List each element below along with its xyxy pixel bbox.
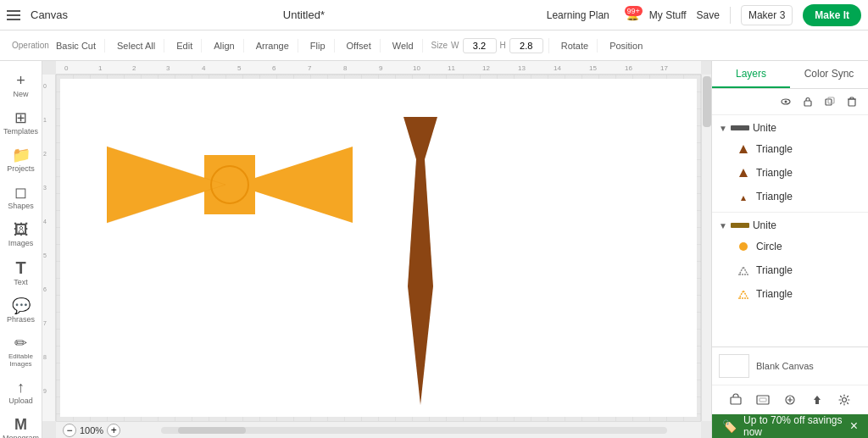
delete-icon[interactable] — [843, 92, 861, 111]
layer-group-1-header[interactable]: ▼ Unite — [712, 119, 868, 137]
svg-marker-5 — [403, 117, 437, 159]
ruler-mark: 3 — [166, 64, 170, 72]
tab-color-sync[interactable]: Color Sync — [790, 61, 868, 88]
sidebar-item-monogram-label: Monogram — [3, 434, 39, 438]
sidebar-item-templates[interactable]: ⊞ Templates — [3, 105, 40, 141]
main-content: + New ⊞ Templates 📁 Projects ◻ Shapes 🖼 … — [0, 61, 868, 438]
horizontal-scroll-track[interactable] — [161, 427, 667, 434]
select-all-group: Select All — [108, 39, 164, 53]
scrollbar-thumb-vertical[interactable] — [703, 76, 711, 127]
sidebar-item-shapes[interactable]: ◻ Shapes — [3, 180, 40, 215]
ruler-mark: 17 — [660, 64, 668, 72]
duplicate-icon[interactable] — [821, 92, 839, 111]
size-group: Size W H — [426, 38, 549, 53]
svg-marker-7 — [408, 286, 433, 405]
maker-selector-button[interactable]: Maker 3 — [741, 5, 793, 25]
svg-marker-16 — [739, 169, 748, 177]
h-label: H — [500, 41, 506, 50]
select-all-button[interactable]: Select All — [114, 39, 159, 53]
ruler-v-mark: 0 — [43, 83, 47, 89]
unite-group-icon — [731, 124, 749, 132]
sidebar-item-editable-images[interactable]: ✏ Editable Images — [3, 330, 40, 373]
sidebar-item-text[interactable]: T Text — [3, 254, 40, 291]
height-input[interactable] — [509, 38, 543, 53]
layer-item-triangle-2[interactable]: Triangle — [712, 161, 868, 185]
notification-bell-icon[interactable]: 🔔 99+ — [626, 9, 639, 21]
zoom-controls: − 100% + — [56, 424, 127, 437]
text-icon: T — [15, 259, 25, 276]
monogram-icon: M — [14, 417, 27, 432]
layer-item-triangle-1[interactable]: Triangle — [712, 137, 868, 161]
ruler-mark: 1 — [98, 64, 102, 72]
ruler-mark: 10 — [413, 64, 420, 72]
learning-plan-button[interactable]: Learning Plan — [540, 6, 616, 25]
weld-button[interactable]: Weld — [389, 39, 417, 53]
svg-rect-26 — [815, 400, 819, 404]
tie-svg — [378, 117, 463, 405]
scrollbar-horizontal[interactable]: − 100% + — [56, 421, 701, 438]
arrange-group: Arrange — [248, 39, 298, 53]
canvas-scroll[interactable] — [56, 75, 701, 421]
make-it-button[interactable]: Make It — [803, 4, 861, 26]
eye-icon[interactable] — [776, 92, 795, 111]
sidebar-item-phrases[interactable]: 💬 Phrases — [3, 293, 40, 329]
lock-icon[interactable] — [798, 92, 817, 111]
flip-button[interactable]: Flip — [307, 39, 329, 53]
horizontal-scroll-thumb[interactable] — [178, 427, 246, 434]
settings-icon[interactable] — [835, 391, 854, 409]
zoom-in-button[interactable]: + — [107, 424, 120, 437]
sidebar-item-images-label: Images — [8, 239, 34, 247]
ruler-v-mark: 6 — [43, 286, 47, 292]
zoom-out-button[interactable]: − — [63, 424, 76, 437]
scrollbar-vertical[interactable] — [701, 75, 711, 421]
layer-item-triangle-3[interactable]: Triangle — [712, 185, 868, 208]
edit-group: Edit — [168, 39, 202, 53]
canvas-area[interactable]: 0 1 2 3 4 5 6 7 8 9 10 11 12 13 14 15 16… — [42, 61, 711, 438]
ruler-top: 0 1 2 3 4 5 6 7 8 9 10 11 12 13 14 15 16… — [56, 61, 701, 75]
position-button[interactable]: Position — [606, 39, 646, 53]
layer-item-circle[interactable]: Circle — [712, 235, 868, 258]
svg-rect-18 — [731, 223, 749, 228]
svg-point-3 — [211, 166, 248, 203]
rotate-button[interactable]: Rotate — [558, 39, 592, 53]
layer-name-circle: Circle — [756, 241, 782, 252]
notification-badge: 99+ — [625, 6, 643, 16]
add-layer-icon[interactable] — [726, 391, 745, 409]
width-input[interactable] — [463, 38, 497, 53]
bottom-icon-row — [712, 385, 868, 414]
bowtie-shape[interactable] — [107, 142, 353, 230]
projects-icon: 📁 — [12, 147, 31, 163]
ungroup-layers-icon[interactable] — [781, 391, 799, 409]
w-label: W — [451, 41, 459, 50]
sidebar-item-editable-images-label: Editable Images — [6, 352, 36, 368]
sidebar-item-projects[interactable]: 📁 Projects — [3, 142, 40, 178]
offset-button[interactable]: Offset — [343, 39, 375, 53]
sidebar-item-upload[interactable]: ↑ Upload — [3, 374, 40, 410]
arrange-button[interactable]: Arrange — [253, 39, 292, 53]
layer-group-2-header[interactable]: ▼ Unite — [712, 216, 868, 235]
group-layers-icon[interactable] — [754, 391, 772, 409]
edit-button[interactable]: Edit — [173, 39, 196, 53]
tab-layers[interactable]: Layers — [712, 61, 790, 88]
tie-shape[interactable] — [378, 117, 463, 408]
operation-selector[interactable]: Basic Cut — [53, 39, 99, 53]
sidebar-item-monogram[interactable]: M Monogram — [3, 412, 40, 438]
topbar: Canvas Untitled* Learning Plan 🔔 99+ My … — [0, 0, 868, 30]
save-button[interactable]: Save — [697, 9, 720, 21]
align-button[interactable]: Align — [210, 39, 237, 53]
layer-icon-toolbar — [712, 89, 868, 115]
layer-item-triangle-4[interactable]: Triangle — [712, 258, 868, 282]
right-panel: Layers Color Sync ▼ — [711, 61, 868, 438]
triangle-orange-thumb — [736, 286, 751, 302]
sidebar-item-phrases-label: Phrases — [7, 315, 35, 324]
menu-icon[interactable] — [7, 7, 24, 24]
my-stuff-button[interactable]: My Stuff — [649, 9, 687, 21]
topbar-center: Untitled* — [75, 8, 533, 21]
sidebar-item-new[interactable]: + New — [3, 68, 40, 103]
promo-close-button[interactable]: × — [850, 419, 858, 434]
ruler-left: 0 1 2 3 4 5 6 7 8 9 — [42, 75, 56, 421]
layer-item-triangle-5[interactable]: Triangle — [712, 282, 868, 306]
move-up-icon[interactable] — [808, 391, 826, 409]
topbar-right: Learning Plan 🔔 99+ My Stuff Save Maker … — [540, 4, 861, 26]
sidebar-item-images[interactable]: 🖼 Images — [3, 217, 40, 252]
